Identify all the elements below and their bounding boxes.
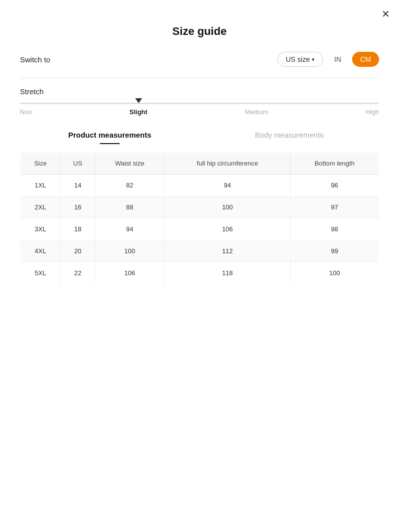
cell-r0-c0: 1XL [20, 175, 61, 196]
size-table: Size US Waist size full hip circumferenc… [20, 152, 379, 284]
cell-r2-c2: 94 [95, 218, 165, 240]
table-body: 1XL148294962XL1688100973XL1894106984XL20… [20, 175, 379, 284]
stretch-label-high: High [366, 108, 379, 116]
switch-row: Switch to US size ▾ IN CM [20, 52, 379, 67]
unit-in-button[interactable]: IN [326, 52, 349, 67]
cell-r2-c1: 18 [61, 218, 95, 240]
cell-r2-c0: 3XL [20, 218, 61, 240]
cell-r1-c1: 16 [61, 196, 95, 218]
col-header-length: Bottom length [290, 153, 379, 175]
cell-r0-c2: 82 [95, 175, 165, 196]
col-header-hip: full hip circumference [165, 153, 290, 175]
cell-r1-c2: 88 [95, 196, 165, 218]
table-row: 5XL22106118100 [20, 262, 379, 284]
table-row: 4XL2010011299 [20, 240, 379, 262]
cell-r0-c3: 94 [165, 175, 290, 196]
cell-r3-c2: 100 [95, 240, 165, 262]
stretch-indicator [135, 98, 142, 103]
stretch-label-medium: Medium [245, 108, 268, 116]
cell-r1-c0: 2XL [20, 196, 61, 218]
cell-r1-c4: 97 [290, 196, 379, 218]
cell-r2-c3: 106 [165, 218, 290, 240]
switch-label: Switch to [20, 55, 50, 64]
stretch-bar-wrapper [20, 103, 379, 104]
stretch-section: Stretch Non Slight Medium High [20, 87, 379, 116]
modal-title: Size guide [173, 25, 227, 38]
cell-r3-c1: 20 [61, 240, 95, 262]
col-header-waist: Waist size [95, 153, 165, 175]
cell-r3-c3: 112 [165, 240, 290, 262]
modal-container: ✕ Size guide Switch to US size ▾ IN CM S… [0, 0, 399, 532]
cell-r1-c3: 100 [165, 196, 290, 218]
tab-product-measurements[interactable]: Product measurements [20, 126, 200, 144]
stretch-label-slight: Slight [130, 108, 148, 116]
unit-cm-button[interactable]: CM [352, 52, 379, 67]
cell-r4-c1: 22 [61, 262, 95, 284]
cell-r0-c4: 96 [290, 175, 379, 196]
col-header-us: US [61, 153, 95, 175]
table-row: 2XL168810097 [20, 196, 379, 218]
cell-r3-c0: 4XL [20, 240, 61, 262]
tab-body-measurements[interactable]: Body measurements [200, 126, 379, 144]
table-row: 1XL14829496 [20, 175, 379, 196]
cell-r0-c1: 14 [61, 175, 95, 196]
cell-r4-c4: 100 [290, 262, 379, 284]
divider [20, 78, 379, 78]
stretch-bar [20, 103, 379, 104]
stretch-labels: Non Slight Medium High [20, 108, 379, 116]
table-head: Size US Waist size full hip circumferenc… [20, 153, 379, 175]
us-size-label: US size [286, 55, 310, 63]
stretch-title: Stretch [20, 87, 379, 96]
stretch-label-non: Non [20, 108, 32, 116]
unit-controls: US size ▾ IN CM [277, 52, 379, 67]
col-header-size: Size [20, 153, 61, 175]
table-row: 3XL189410698 [20, 218, 379, 240]
cell-r2-c4: 98 [290, 218, 379, 240]
table-header-row: Size US Waist size full hip circumferenc… [20, 153, 379, 175]
measurement-tabs: Product measurements Body measurements [20, 126, 379, 144]
close-button[interactable]: ✕ [382, 9, 390, 19]
chevron-down-icon: ▾ [312, 56, 315, 63]
cell-r3-c4: 99 [290, 240, 379, 262]
cell-r4-c3: 118 [165, 262, 290, 284]
cell-r4-c2: 106 [95, 262, 165, 284]
us-size-dropdown[interactable]: US size ▾ [277, 52, 323, 67]
cell-r4-c0: 5XL [20, 262, 61, 284]
